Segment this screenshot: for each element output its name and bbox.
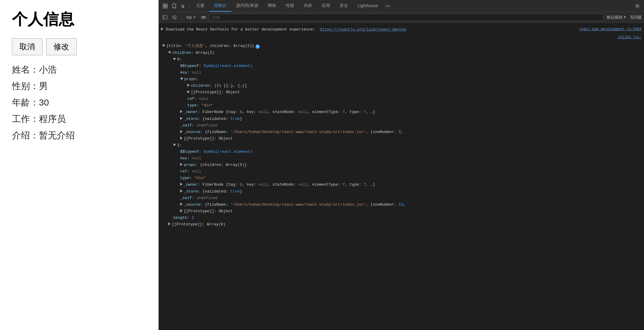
filter-input[interactable] [209,14,603,21]
expand-owner-icon[interactable] [180,110,183,113]
tree-typeof-1: $$typeof : Symbol(react.element) [162,149,644,155]
tree-prototype-props[interactable]: [[Prototype]]: Object [162,89,644,96]
svg-point-11 [203,16,204,18]
svg-rect-3 [165,6,167,8]
tree-props-0[interactable]: props : [162,76,644,82]
svg-line-10 [173,16,176,19]
cancel-button[interactable]: 取消 [12,38,42,55]
tree-source-1[interactable]: _source : {fileName: '/Users/huhao/Deskt… [162,201,644,208]
svg-point-6 [637,5,638,7]
info-badge: i [256,45,260,49]
message-text: Download the React DevTools for a better… [166,26,406,33]
devtools-panel: 元素 控制台 源代码/来源 网络 性能 内存 应用 安全 Lighthouse … [159,0,644,330]
settings-icon[interactable] [633,2,642,10]
tree-key-0: key : null [162,69,644,76]
tab-application[interactable]: 应用 [317,0,335,12]
info-list: 姓名：小浩 性别：男 年龄：30 工作：程序员 介绍：暂无介绍 [12,64,146,142]
left-panel: 个人信息 取消 修改 姓名：小浩 性别：男 年龄：30 工作：程序员 介绍：暂无… [0,0,159,330]
expand-1-icon[interactable] [173,144,176,146]
expand-proto-root-icon[interactable] [168,222,171,225]
toolbar-right [633,2,642,10]
child-source[interactable]: child1.jsx: [618,34,642,40]
expand-props1-icon[interactable] [180,163,183,166]
field-value: 小浩 [39,65,57,74]
tree-children[interactable]: children : Array(2) [162,50,644,56]
svg-rect-7 [163,16,167,19]
toolbar-separator [189,3,189,9]
tab-elements[interactable]: 元素 [191,0,209,12]
expand-children-icon[interactable] [168,51,171,54]
tab-network[interactable]: 网络 [263,0,281,12]
field-name: 姓名：小浩 [12,64,146,76]
field-value: 暂无介绍 [39,130,75,140]
button-row: 取消 修改 [12,38,146,55]
tree-props-1[interactable]: props : {children: Array(5)} [162,162,644,168]
tree-typeof: $$typeof : Symbol(react.element) [162,63,644,69]
tree-self-1: _self : undefined [162,195,644,201]
tree-prototype-0[interactable]: [[Prototype]]: Object [162,135,644,142]
level-label: 默认级别 [607,15,622,20]
tree-store-1[interactable]: _store : {validated: true } [162,188,644,195]
tree-prototype-1[interactable]: [[Prototype]]: Object [162,208,644,215]
tree-item-1[interactable]: 1: [162,142,644,149]
console-separator [181,14,182,20]
field-value: 30 [39,97,49,107]
field-label: 性别： [12,81,39,91]
issues-label: 无问题 [630,15,642,20]
message-source[interactable]: react-dom.development.js:2984 [579,26,642,32]
toolbar-tabs: 元素 控制台 源代码/来源 网络 性能 内存 应用 安全 Lighthouse … [191,0,633,12]
tree-store-0[interactable]: _store : {validated: true } [162,116,644,122]
expand-props-icon[interactable] [180,78,183,80]
tab-sources[interactable]: 源代码/来源 [231,0,263,12]
clear-console-icon[interactable] [171,13,178,21]
expand-0-icon[interactable] [173,58,176,60]
console-output[interactable]: Download the React DevTools for a better… [159,23,644,330]
sidebar-toggle-icon[interactable] [161,13,169,21]
expand-proto1-icon[interactable] [180,209,183,212]
expand-source1-icon[interactable] [180,203,183,206]
tree-source-0[interactable]: _source : {fileName: '/Users/huhao/Deskt… [162,129,644,135]
tab-performance[interactable]: 性能 [281,0,299,12]
expand-source-icon[interactable] [180,130,183,133]
svg-rect-0 [163,4,165,6]
collapse-icon[interactable] [161,28,163,30]
expand-root-icon[interactable] [162,45,165,47]
tree-root[interactable]: {title: '个人信息' , children: Array(2)} i [162,43,644,49]
context-selector[interactable]: top ▼ [185,14,198,20]
level-dropdown-icon: ▼ [623,16,626,19]
expand-store-icon[interactable] [180,117,183,120]
cursor-icon[interactable] [179,2,187,10]
field-job: 工作：程序员 [12,113,146,125]
field-label: 姓名： [12,65,39,74]
level-selector[interactable]: 默认级别 ▼ [605,14,628,21]
tab-more-icon[interactable]: >> [383,4,392,8]
inspect-icon[interactable] [161,2,169,10]
tab-console[interactable]: 控制台 [209,0,231,12]
field-age: 年龄：30 [12,97,146,109]
field-label: 年龄： [12,97,39,107]
tree-type-1: type : "div" [162,175,644,181]
tree-prototype-root[interactable]: [[Prototype]]: Array(0) [162,221,644,228]
tree-item-0[interactable]: 0: [162,56,644,63]
expand-proto-icon[interactable] [187,90,190,93]
svg-rect-1 [165,4,167,6]
expand-props-children-icon[interactable] [187,84,190,87]
tab-lighthouse[interactable]: Lighthouse [353,0,383,12]
tab-security[interactable]: 安全 [335,0,353,12]
live-expressions-icon[interactable] [200,13,207,21]
expand-proto0-icon[interactable] [180,137,183,140]
tree-type-0: type : "div" [162,102,644,109]
expand-store1-icon[interactable] [180,190,183,192]
expand-owner1-icon[interactable] [180,183,183,186]
page-title: 个人信息 [12,9,146,30]
edit-button[interactable]: 修改 [46,38,77,55]
message-content: Download the React DevTools for a better… [161,26,577,33]
tree-owner-0[interactable]: _owner : FiberNode {tag: 0 , key: null ,… [162,109,644,115]
field-value: 男 [39,81,48,91]
child-source-line: child1.jsx: [159,34,644,42]
devtools-link[interactable]: https://reactjs.org/link/react-devtoo [320,27,406,32]
mobile-icon[interactable] [170,2,178,10]
tab-memory[interactable]: 内存 [299,0,317,12]
tree-owner-1[interactable]: _owner : FiberNode {tag: 0 , key: null ,… [162,181,644,188]
tree-props-children[interactable]: children : (2) [{…}, {…}] [162,82,644,89]
